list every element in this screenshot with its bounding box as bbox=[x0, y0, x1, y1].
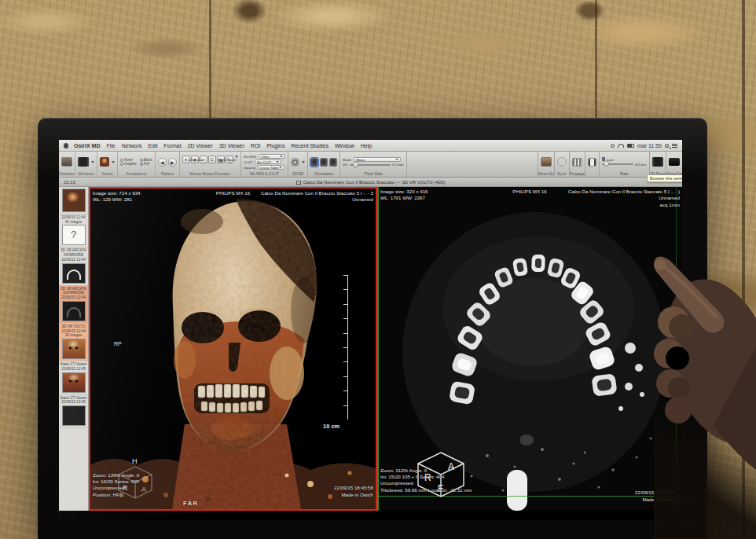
overlay-bottom-left: Zoom: 139% Angle: 0 Im: 10/20 Series: 40… bbox=[93, 472, 139, 498]
window-title[interactable]: Calco Da Nominare Con Il Braccio Staccat… bbox=[59, 180, 682, 185]
orientation-sagittal-icon[interactable] bbox=[329, 158, 337, 167]
window-icon bbox=[296, 181, 301, 185]
viewport-3d-vr[interactable]: Image size: 714 x 934 WL: 129 WW: 281 PH… bbox=[89, 187, 377, 511]
series-thumbnail bbox=[62, 372, 86, 393]
series-thumbnail bbox=[62, 189, 86, 212]
rate-slider[interactable] bbox=[602, 163, 633, 165]
window-tab-bar: 15.15 Calco Da Nominare Con Il Braccio S… bbox=[59, 178, 682, 187]
orientation-axial-icon[interactable] bbox=[310, 158, 318, 167]
menu-bar: OsiriX MD File Network Edit Format 2D Vi… bbox=[59, 140, 682, 152]
series-caption: 3D VR VOLTO 22/09/15 12:44 20 images bbox=[60, 324, 87, 338]
notification-center-icon[interactable] bbox=[672, 144, 677, 148]
sync-icon[interactable] bbox=[557, 157, 567, 167]
wlww-label: WL/WW: bbox=[244, 155, 257, 159]
battery-icon[interactable] bbox=[627, 144, 634, 148]
series-item-selected[interactable]: 3D VR ARCATA SUPERIORE 22/09/15 12:44 bbox=[59, 286, 88, 324]
windows-icon[interactable] bbox=[78, 157, 89, 167]
meta-data-icon[interactable] bbox=[669, 158, 680, 166]
series-item[interactable]: 22/09/15 12:44 41 images? bbox=[59, 214, 88, 248]
series-thumbnail-icon[interactable] bbox=[100, 157, 109, 167]
menu-help[interactable]: Help bbox=[358, 143, 375, 148]
series-item[interactable]: Static CT Viewer 22/09/15 12:45 bbox=[59, 361, 88, 394]
menu-network[interactable]: Network bbox=[119, 143, 145, 148]
orientation-coronal-icon[interactable] bbox=[320, 158, 328, 167]
wlww-select[interactable]: Other bbox=[259, 154, 285, 159]
toolbar-spacer bbox=[407, 152, 538, 177]
series-caption: Static CT Viewer 22/09/15 12:45 bbox=[60, 362, 87, 371]
previous-patient-button[interactable]: ◀ bbox=[158, 158, 167, 167]
group-label: WL/WW & CLUT bbox=[241, 171, 288, 176]
series-item[interactable]: Static CT Viewer 22/09/15 12:45 bbox=[59, 395, 88, 428]
group-label: Movie Export bbox=[538, 171, 554, 176]
wifi-icon[interactable] bbox=[618, 144, 624, 148]
slab-slider[interactable] bbox=[350, 164, 391, 166]
radio-annotations-full[interactable]: Full bbox=[140, 162, 152, 166]
mode-select[interactable]: Mean bbox=[354, 157, 401, 162]
mode-value: Mean bbox=[356, 158, 365, 162]
group-label: Database bbox=[59, 171, 75, 176]
next-patient-button[interactable]: ▶ bbox=[168, 158, 177, 167]
group-label: Propagate bbox=[570, 171, 585, 176]
overlay-bottom-left: Zoom: 312% Angle: 0 Im: 15/20 105 + 0 Se… bbox=[380, 468, 472, 493]
toolbar-group-patient: ◀ ▶ Patient bbox=[156, 152, 180, 177]
wlww-text: WL: 1701 WW: 2267 bbox=[380, 195, 428, 201]
menu-format[interactable]: Format bbox=[160, 143, 184, 148]
series-item[interactable] bbox=[59, 187, 88, 214]
chevron-down-icon[interactable] bbox=[91, 161, 94, 163]
panel-3d-icon[interactable] bbox=[652, 157, 663, 167]
toolbar-group-windows: Windows bbox=[75, 152, 97, 177]
viewport-axial-ct[interactable]: Image size: 320 x 416 WL: 1701 WW: 2267 … bbox=[377, 187, 682, 511]
menu-window[interactable]: Window bbox=[332, 143, 358, 148]
right-button-label: Right Button bbox=[218, 158, 237, 162]
menu-file[interactable]: File bbox=[103, 143, 118, 148]
no-preview-icon: ? bbox=[62, 225, 86, 245]
timemachine-icon[interactable] bbox=[611, 144, 615, 148]
series-caption: 3D VR ARCATA SUPERIORE 22/09/15 12:44 bbox=[60, 287, 87, 300]
chevron-down-icon[interactable] bbox=[302, 161, 305, 163]
overlay-top-right: Calco Da Nominare Con Il Braccio Staccat… bbox=[568, 189, 680, 208]
series-thumbnail bbox=[62, 405, 86, 426]
menu-app[interactable]: OsiriX MD bbox=[71, 143, 103, 148]
toolbar-group-3d-panel: 3D Panel bbox=[650, 152, 666, 177]
chevron-down-icon[interactable] bbox=[112, 161, 115, 163]
menu-3d-viewer[interactable]: 3D Viewer bbox=[216, 143, 248, 148]
radio-label: Full bbox=[144, 162, 149, 166]
menu-clock[interactable]: mar 11:59 bbox=[637, 143, 662, 148]
menu-roi[interactable]: ROI bbox=[248, 143, 263, 148]
radio-annotations-graphic[interactable]: Graphic bbox=[120, 162, 137, 166]
opacity-value: Linear Table bbox=[260, 166, 279, 170]
opacity-select[interactable]: Linear Table bbox=[258, 165, 284, 170]
group-label: Thick Slab bbox=[340, 171, 406, 176]
group-label: Windows bbox=[75, 171, 97, 176]
movie-export-icon[interactable] bbox=[541, 157, 552, 167]
menu-edit[interactable]: Edit bbox=[145, 143, 160, 148]
mode-label: Mode: bbox=[343, 158, 352, 162]
slab-mm: 3.2 mm bbox=[392, 163, 404, 167]
menu-2d-viewer[interactable]: 2D Viewer bbox=[185, 143, 216, 148]
menu-recent-studies[interactable]: Recent Studies bbox=[288, 143, 331, 148]
orientation-label-rp: RP bbox=[114, 340, 122, 347]
database-icon[interactable] bbox=[61, 157, 72, 167]
orientation-label-far: FAR bbox=[183, 500, 199, 508]
wlww-value: Other bbox=[261, 155, 270, 159]
apple-icon[interactable] bbox=[64, 143, 68, 148]
series-caption: 3D VR ARCATA INFERIORE 22/09/15 12:44 bbox=[60, 248, 87, 262]
compression-text: Uncompressed bbox=[380, 480, 472, 486]
spotlight-icon[interactable] bbox=[665, 144, 669, 148]
toolbar-group-wlww-clut: WL/WW:Other CLUT:No CLUT Opacity:Linear … bbox=[241, 152, 288, 177]
group-label: Annotations bbox=[118, 171, 155, 176]
screen-bottom-strip bbox=[59, 511, 682, 520]
series-item[interactable]: 3D VR ARCATA INFERIORE 22/09/15 12:44 bbox=[59, 248, 88, 285]
zoom-text: Zoom: 312% Angle: 0 bbox=[380, 468, 472, 474]
acquisition-text: acq 1mm bbox=[568, 202, 680, 208]
series-item-selected[interactable]: 3D VR VOLTO 22/09/15 12:44 20 images bbox=[59, 324, 88, 361]
gear-icon[interactable] bbox=[291, 158, 299, 167]
reference-line-vertical[interactable] bbox=[377, 187, 379, 511]
menu-plugins[interactable]: Plugins bbox=[263, 143, 288, 148]
clut-select[interactable]: No CLUT bbox=[255, 160, 281, 164]
propagate-icon[interactable] bbox=[572, 158, 582, 167]
rate-value: 3.0 im/s bbox=[635, 163, 647, 167]
browse-series-icon[interactable] bbox=[588, 158, 596, 167]
patient-text: Unnamed bbox=[261, 196, 373, 203]
lock-checkbox[interactable] bbox=[602, 157, 606, 161]
